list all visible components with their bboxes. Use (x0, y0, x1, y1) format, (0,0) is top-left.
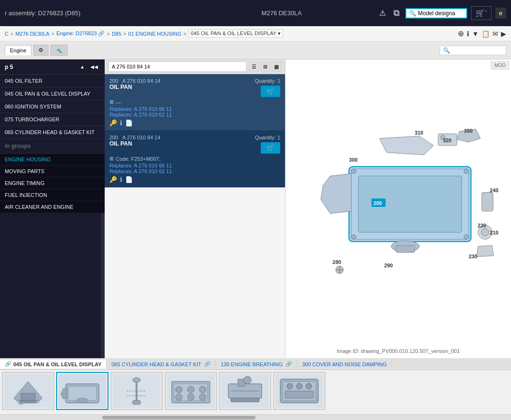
sidebar: p 5 ▲ ◀◀ 045 OIL FILTER 045 OIL PAN & OI… (0, 59, 105, 358)
part-name-1: OIL PAN (109, 84, 160, 90)
bottom-tab-engine-breathing[interactable]: 130 ENGINE BREATHING 🔗 (216, 360, 297, 369)
part-item-1[interactable]: 200 A 276 010 84 14 OIL PAN Quantity: 1 … (105, 74, 285, 131)
svg-point-47 (187, 394, 194, 400)
thumbnail-1[interactable]: << (2, 372, 54, 410)
thumbnail-5[interactable] (219, 372, 271, 410)
zoom-icon-btn[interactable]: ⊕ (458, 29, 464, 38)
bottom-tab-cylinder[interactable]: 065 CYLINDER HEAD & GASKET KIT 🔗 (107, 360, 216, 369)
diagram-area: MOO (285, 59, 511, 358)
warning-icon-btn[interactable]: ⚠ (377, 7, 388, 20)
thumbnail-6[interactable] (273, 372, 325, 410)
sidebar-item-turbo[interactable]: 075 TURBOCHARGER (0, 113, 105, 126)
profile-button[interactable]: e (495, 8, 506, 19)
label-210: 210 (490, 230, 498, 235)
filter-icon-btn[interactable]: ▼ (472, 29, 479, 38)
toolbar-search-icon: 🔍 (443, 47, 450, 54)
scrollbar-thumb[interactable] (102, 416, 256, 420)
info-icon-btn[interactable]: ℹ (467, 29, 469, 38)
cart-button[interactable]: 🛒+ (471, 6, 491, 20)
tab-engine[interactable]: Engine (5, 45, 31, 55)
sidebar-item-oil-filter[interactable]: 045 OIL FILTER (0, 75, 105, 88)
in-groups-label: in groups (5, 143, 31, 149)
mail-icon-btn[interactable]: ✉ (492, 29, 498, 38)
toolbar-search-input[interactable] (452, 48, 504, 53)
breadcrumb-active[interactable]: 045 OIL PAN & OIL LEVEL DISPLAY ▾ (188, 29, 283, 38)
toolbar-search: 🔍 (440, 46, 506, 55)
assembly-title: r assembly: D276823 (D85) (5, 10, 186, 17)
sidebar-sub-air-cleaner[interactable]: AIR CLEANER AND ENGINE (0, 201, 105, 213)
copy-icon-btn[interactable]: ⧉ (392, 6, 402, 20)
top-bar: r assembly: D276823 (D85) M276 DE30LA ⚠ … (0, 0, 511, 26)
part-key-icon-2[interactable]: 🔑 (109, 176, 117, 183)
bottom-tab-cover-noise[interactable]: 300 COVER AND NOISE DAMPING (297, 360, 392, 369)
part-name-2: OIL PAN (109, 140, 160, 147)
parts-search-input[interactable] (108, 61, 246, 72)
part-replaces-1b: Replaces: A 276 010 62 11 (109, 112, 280, 117)
add-to-cart-btn-2[interactable]: 🛒 (261, 142, 280, 154)
part-actions-1: 🔑 ℹ 📄 (109, 119, 280, 127)
thumbnail-2[interactable] (56, 372, 108, 410)
sidebar-sub-section: ENGINE HOUSING MOVING PARTS ENGINE TIMIN… (0, 154, 105, 213)
part-doc-icon-1[interactable]: 📄 (125, 119, 133, 127)
breadcrumb-housing[interactable]: 01 ENGINE HOUSING (128, 31, 182, 37)
tab-tools[interactable]: 🔩 (50, 45, 68, 56)
more-icon-btn[interactable]: ▶ (501, 29, 506, 38)
sidebar-item-cylinder[interactable]: 065 CYLINDER HEAD & GASKET KIT (0, 126, 105, 139)
grid-view-btn[interactable]: ⊞ (261, 62, 270, 71)
model-search-input[interactable] (418, 10, 466, 17)
svg-point-52 (244, 376, 251, 384)
sidebar-item-ignition[interactable]: 060 IGNITION SYSTEM (0, 100, 105, 113)
grid-icon-1: ⊞ (109, 99, 114, 105)
part-actions-2: 🔑 ℹ 📄 (109, 176, 280, 183)
sidebar-item-label: 075 TURBOCHARGER (5, 117, 59, 122)
part-info-icon-1[interactable]: ℹ (120, 119, 122, 127)
svg-text:<<: << (19, 402, 23, 406)
sidebar-sub-label: AIR CLEANER AND ENGINE (5, 204, 73, 210)
main-content: p 5 ▲ ◀◀ 045 OIL FILTER 045 OIL PAN & OI… (0, 59, 511, 358)
sidebar-item-oil-pan[interactable]: 045 OIL PAN & OIL LEVEL DISPLAY (0, 88, 105, 100)
thumbnail-3[interactable] (110, 372, 163, 410)
sidebar-sub-engine-housing[interactable]: ENGINE HOUSING (0, 154, 105, 166)
svg-rect-54 (231, 398, 259, 402)
diagram-svg-wrapper: 310 350 320 300 200 240 280 220 (285, 59, 511, 358)
part-doc-icon-2[interactable]: 📄 (125, 176, 133, 183)
toolbar: Engine ⚙ 🔩 🔍 (0, 41, 511, 59)
sidebar-sub-moving-parts[interactable]: MOVING PARTS (0, 166, 105, 177)
horizontal-scrollbar[interactable] (0, 414, 511, 420)
sidebar-item-label: 060 IGNITION SYSTEM (5, 104, 61, 109)
part-item-2[interactable]: 200 A 276 010 84 14 OIL PAN Quantity: 1 … (105, 131, 285, 187)
top-bar-icons: ⚠ ⧉ 🔍 🛒+ e (377, 6, 507, 20)
svg-point-18 (482, 228, 489, 236)
tab-parts[interactable]: ⚙ (33, 45, 49, 56)
sidebar-sub-label: MOVING PARTS (5, 168, 44, 174)
sidebar-item-label: 065 CYLINDER HEAD & GASKET KIT (5, 129, 95, 135)
add-to-cart-btn-1[interactable]: 🛒 (261, 86, 280, 97)
breadcrumb-m276[interactable]: M276 DE30LA (15, 31, 49, 37)
list-view-btn[interactable]: ☰ (249, 62, 259, 71)
breadcrumb-c[interactable]: C (5, 31, 9, 37)
bottom-tab-label-4: 300 COVER AND NOISE DAMPING (302, 361, 387, 367)
part-item-1-header: 200 A 276 010 84 14 OIL PAN Quantity: 1 … (109, 78, 280, 97)
sidebar-item-label: 045 OIL PAN & OIL LEVEL DISPLAY (5, 91, 90, 97)
breadcrumb-d85[interactable]: D85 (112, 31, 121, 37)
breadcrumb-engine[interactable]: Engine: D276823 🔗 (56, 30, 105, 37)
part-key-icon-1[interactable]: 🔑 (109, 119, 117, 127)
part-info-icon-2[interactable]: ℹ (120, 176, 122, 183)
thumbnail-4[interactable] (165, 372, 217, 410)
label-320: 320 (443, 137, 452, 143)
sidebar-up-btn[interactable]: ▲ (78, 62, 87, 71)
part-number-1: 200 A 276 010 84 14 (109, 78, 160, 84)
sidebar-sub-fuel-injection[interactable]: FUEL INJECTION (0, 189, 105, 201)
report-icon-btn[interactable]: 📋 (482, 29, 490, 38)
sidebar-sub-engine-timing[interactable]: ENGINE TIMING (0, 177, 105, 189)
thumb-svg-6 (275, 374, 323, 408)
bottom-tab-oil-pan[interactable]: 🔗 045 OIL PAN & OIL LEVEL DISPLAY (0, 360, 107, 369)
part-qty-1: Quantity: 1 (255, 78, 280, 84)
detail-view-btn[interactable]: ▦ (272, 62, 281, 71)
label-200: 200 (373, 200, 382, 206)
thumb-svg-5 (221, 374, 269, 408)
sidebar-collapse-btn[interactable]: ◀◀ (88, 62, 100, 71)
thumb-svg-2 (59, 374, 106, 408)
part-qty-2: Quantity: 1 (255, 135, 280, 140)
part-code-2: ⊞ Code: F253+M007; (109, 156, 280, 162)
